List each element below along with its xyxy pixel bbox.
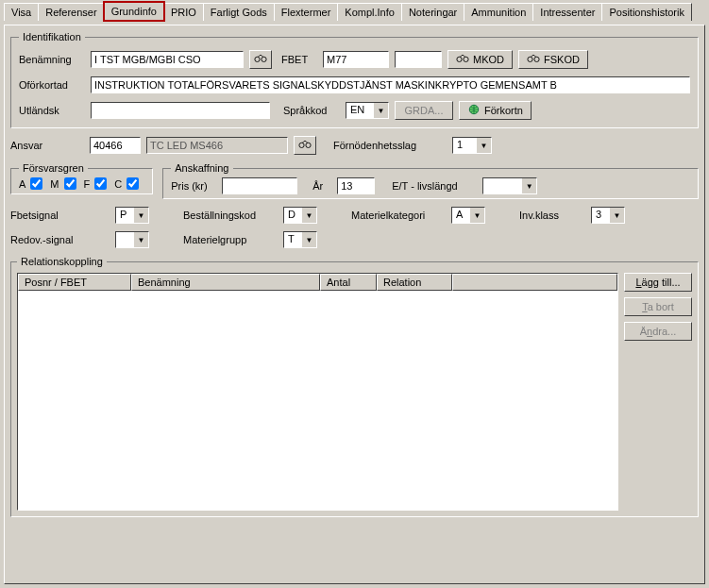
et-select[interactable]: ▼ <box>482 177 537 194</box>
forsvarsgren-group: Försvarsgren A M F C <box>10 162 153 194</box>
grda-label: GRDA... <box>405 105 444 116</box>
fbetsignal-label: Fbetsignal <box>10 210 110 221</box>
ansvar-code-input[interactable] <box>90 137 141 154</box>
col-antal[interactable]: Antal <box>320 274 377 291</box>
forkortn-label: Förkortn <box>484 105 523 116</box>
chevron-down-icon: ▼ <box>476 138 491 153</box>
ansvar-search-button[interactable] <box>294 136 316 155</box>
pris-input[interactable] <box>222 177 297 194</box>
tab-positionshistorik[interactable]: Positionshistorik <box>601 3 691 21</box>
forsvarsgren-legend: Försvarsgren <box>19 162 88 174</box>
fbet-label: FBET <box>281 54 317 65</box>
identifikation-legend: Identifikation <box>19 31 85 42</box>
tab-referenser[interactable]: Referenser <box>38 3 104 21</box>
tab-visa[interactable]: Visa <box>4 3 39 21</box>
chevron-down-icon: ▼ <box>133 232 148 247</box>
mkod-label: MKOD <box>473 54 504 65</box>
binoculars-icon <box>254 53 267 66</box>
fbetsignal-value: P <box>116 208 133 223</box>
oforkortad-label: Oförkortad <box>19 79 85 91</box>
sprakkod-value: EN <box>346 103 373 118</box>
oforkortad-input[interactable] <box>91 76 690 93</box>
fbet-input-2[interactable] <box>395 51 442 68</box>
materielkategori-select[interactable]: A ▼ <box>451 207 485 224</box>
benamning-input[interactable] <box>91 51 244 68</box>
bestallningskod-label: Beställningskod <box>183 210 278 221</box>
tab-komplinfo[interactable]: Kompl.Info <box>337 3 402 21</box>
invklass-label: Inv.klass <box>519 210 585 221</box>
fg-c-checkbox[interactable] <box>127 177 139 190</box>
utlandsk-input[interactable] <box>91 102 270 119</box>
et-value <box>483 178 521 193</box>
et-label: E/T - livslängd <box>392 180 477 192</box>
materielgrupp-label: Materielgrupp <box>183 234 278 245</box>
materielkategori-value: A <box>452 208 469 223</box>
fg-m-checkbox[interactable] <box>64 177 76 190</box>
tab-flextermer[interactable]: Flextermer <box>274 3 339 21</box>
col-empty[interactable] <box>452 274 617 291</box>
ta-bort-button[interactable]: Ta bort <box>624 297 692 316</box>
materielkategori-label: Materielkategori <box>351 210 446 221</box>
tab-prio[interactable]: PRIO <box>163 3 204 21</box>
tab-ammunition[interactable]: Ammunition <box>464 3 533 21</box>
fg-a-checkbox[interactable] <box>30 177 42 190</box>
anskaffning-legend: Anskaffning <box>171 162 232 174</box>
fg-f-checkbox[interactable] <box>94 177 107 190</box>
relation-list-header: Posnr / FBET Benämning Antal Relation <box>18 274 617 291</box>
ansvar-label: Ansvar <box>10 140 84 151</box>
bestallningskod-select[interactable]: D ▼ <box>283 207 317 224</box>
binoculars-icon <box>527 53 540 66</box>
col-relation[interactable]: Relation <box>377 274 452 291</box>
grda-button[interactable]: GRDA... <box>395 101 453 120</box>
chevron-down-icon: ▼ <box>133 208 148 223</box>
invklass-select[interactable]: 3 ▼ <box>591 207 625 224</box>
chevron-down-icon: ▼ <box>301 208 316 223</box>
andra-button[interactable]: Ändra... <box>624 322 692 341</box>
fornoden-value: 1 <box>453 138 476 153</box>
fg-c-label: C <box>114 178 122 190</box>
fg-m-label: M <box>50 178 59 190</box>
tab-noteringar[interactable]: Noteringar <box>401 3 464 21</box>
fskod-label: FSKOD <box>544 54 580 65</box>
forkortn-button[interactable]: Förkortn <box>459 101 532 120</box>
redov-select[interactable]: ▼ <box>115 231 149 248</box>
tab-farligtgods[interactable]: Farligt Gods <box>203 3 275 21</box>
ar-label: År <box>312 180 331 192</box>
svg-point-0 <box>255 57 260 61</box>
bestallningskod-value: D <box>284 208 301 223</box>
ansvar-name-input <box>146 137 288 154</box>
ar-input[interactable] <box>337 177 375 194</box>
fornoden-select[interactable]: 1 ▼ <box>452 137 492 154</box>
svg-point-5 <box>534 57 539 61</box>
materielgrupp-select[interactable]: T ▼ <box>283 231 317 248</box>
mkod-button[interactable]: MKOD <box>447 50 513 69</box>
tab-grundinfo[interactable]: Grundinfo <box>104 2 164 21</box>
fbetsignal-select[interactable]: P ▼ <box>115 207 149 224</box>
fskod-button[interactable]: FSKOD <box>518 50 588 69</box>
fg-a-label: A <box>19 178 25 190</box>
tab-intressenter[interactable]: Intressenter <box>532 3 602 21</box>
identifikation-group: Identifikation Benämning FBET MKOD FSKOD… <box>10 31 699 128</box>
chevron-down-icon: ▼ <box>609 208 624 223</box>
redov-value <box>116 232 133 247</box>
benamning-label: Benämning <box>19 54 85 65</box>
binoculars-icon <box>298 139 312 152</box>
chevron-down-icon: ▼ <box>301 232 316 247</box>
svg-point-7 <box>299 143 304 147</box>
fbet-input[interactable] <box>323 51 389 68</box>
invklass-value: 3 <box>592 208 609 223</box>
sprakkod-label: Språkkod <box>283 105 340 116</box>
relation-list[interactable]: Posnr / FBET Benämning Antal Relation <box>17 273 618 511</box>
col-posnr[interactable]: Posnr / FBET <box>18 274 131 291</box>
lagg-till-button[interactable]: Lägg till... <box>624 273 692 292</box>
benamning-search-button[interactable] <box>249 50 272 69</box>
sprakkod-select[interactable]: EN ▼ <box>346 102 389 119</box>
redov-label: Redov.-signal <box>10 234 110 245</box>
tab-bar: VisaReferenserGrundinfoPRIOFarligt GodsF… <box>0 0 709 21</box>
svg-point-2 <box>457 57 462 61</box>
fg-f-label: F <box>84 178 91 190</box>
binoculars-icon <box>456 53 469 66</box>
fornoden-label: Förnödenhetsslag <box>333 140 447 151</box>
col-benamning[interactable]: Benämning <box>131 274 320 291</box>
svg-point-1 <box>262 57 266 61</box>
